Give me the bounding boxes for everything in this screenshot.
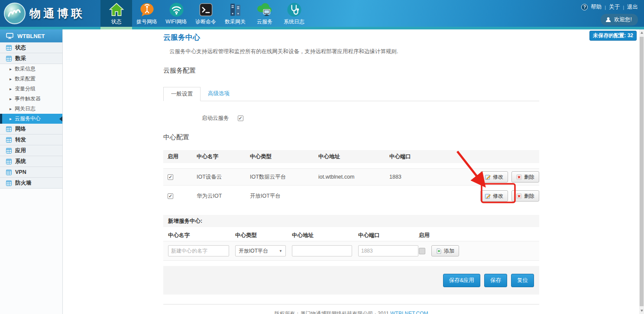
scrollbar-thumb[interactable] (640, 37, 644, 306)
sidebar-item-label: 防火墙 (15, 179, 32, 187)
logout-link[interactable]: 退出 (627, 3, 638, 11)
nav-item-wifi-network[interactable]: WIFI网络 (162, 0, 191, 27)
separator: | (623, 5, 624, 10)
center-type-select[interactable]: 开放IOT平台 (235, 245, 286, 256)
new-center-enabled-checkbox[interactable] (419, 248, 425, 254)
nav-label: 诊断命令 (195, 19, 216, 25)
nav-item-dialup-network[interactable]: 拨号网络 (132, 0, 162, 27)
unsaved-config-badge[interactable]: 未保存的配置: 32 (589, 31, 637, 41)
save-button[interactable]: 保存 (484, 274, 507, 287)
sidebar-item-label: VPN (15, 169, 26, 175)
col-center-name: 中心名字 (197, 153, 250, 160)
welcome-button[interactable]: 欢迎您! (601, 14, 638, 26)
scroll-down-button[interactable] (639, 308, 644, 314)
sidebar-subitem-dc-info[interactable]: 数采信息 (0, 64, 62, 74)
nav-item-system-logs[interactable]: 系统日志 (279, 0, 309, 27)
new-center-panel: 新增服务中心: 中心名字 中心类型 中心地址 中心端口 启用 开放IOT平台 (163, 215, 539, 261)
welcome-label: 欢迎您! (614, 16, 632, 23)
sidebar-item-system[interactable]: 系统 (0, 156, 62, 167)
monitor-icon (6, 33, 13, 39)
sidebar-subitem-gateway-logs[interactable]: 网关日志 (0, 104, 62, 114)
sidebar-item-label: 事件触发器 (15, 95, 41, 103)
sidebar-header: WTBLNET (0, 29, 62, 42)
nav-label: 云服务 (257, 19, 272, 25)
about-link[interactable]: 关于 (609, 3, 620, 11)
center-address-input[interactable] (292, 245, 352, 256)
arrow-down-icon (641, 310, 643, 312)
nav-label: 数采网关 (225, 19, 246, 25)
grid-icon (6, 148, 12, 154)
separator: | (605, 5, 606, 10)
dialup-icon (140, 0, 154, 19)
cloud-icon (256, 0, 273, 19)
action-band: 保存&应用 保存 复位 (163, 266, 539, 295)
sidebar-item-label: 变量分组 (15, 85, 36, 93)
header-right: 帮助 | 关于 | 退出 欢迎您! (581, 3, 638, 26)
footer-link[interactable]: WTBLNET.COM (390, 311, 428, 314)
sidebar-item-applications[interactable]: 应用 (0, 145, 62, 156)
page-description: 云服务中心支持远程管理和监控所有的在线网关和设备，支持远程部署应用程序和边缘计算… (163, 48, 539, 55)
label-center-address: 中心地址 (292, 232, 358, 239)
sidebar-subitem-event-triggers[interactable]: 事件触发器 (0, 94, 62, 104)
center-port-input[interactable] (358, 245, 418, 256)
col-center-type: 中心类型 (250, 153, 318, 160)
sidebar-item-vpn[interactable]: VPN (0, 167, 62, 178)
tab-advanced-options[interactable]: 高级选项 (201, 87, 237, 101)
brand-name: 物通博联 (29, 6, 85, 21)
nav-item-cloud-service[interactable]: 云服务 (250, 0, 279, 27)
sidebar-item-label: 转发 (15, 136, 26, 144)
edit-button[interactable]: 修改 (480, 171, 508, 183)
nav-item-status[interactable]: 状态 (100, 0, 132, 27)
save-apply-button[interactable]: 保存&应用 (443, 274, 480, 287)
wifi-icon (169, 0, 184, 19)
center-config-heading: 中心配置 (163, 133, 539, 141)
nav-label: 系统日志 (284, 19, 304, 25)
nav-item-data-gateway[interactable]: 数采网关 (220, 0, 250, 27)
sidebar-item-label: 数采配置 (15, 75, 36, 83)
sidebar-subitem-cloud-service-center[interactable]: 云服务中心 (0, 114, 62, 124)
row-enabled-checkbox[interactable] (168, 174, 173, 180)
sidebar-subitem-dc-config[interactable]: 数采配置 (0, 74, 62, 84)
terminal-icon (199, 0, 213, 19)
sidebar-item-forwarding[interactable]: 转发 (0, 135, 62, 145)
sidebar-item-status[interactable]: 状态 (0, 42, 62, 53)
cell-center-type: 开放IOT平台 (250, 192, 318, 200)
help-link[interactable]: 帮助 (591, 3, 602, 11)
scroll-up-button[interactable] (639, 29, 644, 36)
sidebar-title: WTBLNET (17, 33, 45, 39)
grid-icon (6, 45, 12, 51)
label-enabled: 启用 (419, 232, 539, 239)
sidebar-item-firewall[interactable]: 防火墙 (0, 178, 62, 189)
vertical-scrollbar[interactable] (639, 29, 644, 314)
user-icon (605, 17, 611, 22)
row-enabled-checkbox[interactable] (168, 193, 173, 199)
grid-icon (6, 56, 12, 61)
cell-center-port: 1883 (389, 174, 459, 180)
grid-icon (6, 126, 12, 132)
delete-button[interactable]: 删除 (511, 171, 539, 183)
main-content: 未保存的配置: 32 云服务中心 云服务中心支持远程管理和监控所有的在线网关和设… (63, 29, 639, 314)
new-center-labels-row: 中心名字 中心类型 中心地址 中心端口 启用 (163, 230, 539, 241)
add-button[interactable]: 添加 (431, 245, 459, 256)
edit-button-highlighted[interactable]: 修改 (480, 190, 508, 202)
help-icon (581, 4, 588, 10)
grid-icon (6, 159, 12, 164)
delete-button[interactable]: 删除 (511, 190, 539, 202)
table-header-row: 启用 中心名字 中心类型 中心地址 中心端口 (163, 150, 539, 163)
arrow-up-icon (641, 32, 643, 34)
center-type-selected-value: 开放IOT平台 (239, 247, 268, 255)
sidebar-item-network[interactable]: 网络 (0, 124, 62, 135)
add-icon (436, 248, 442, 254)
col-enabled: 启用 (168, 153, 197, 160)
reset-button[interactable]: 复位 (511, 274, 534, 287)
sidebar-item-data-collection[interactable]: 数采 (0, 53, 62, 64)
tab-general-settings[interactable]: 一般设置 (163, 87, 201, 101)
nav-item-diagnostic-commands[interactable]: 诊断命令 (191, 0, 220, 27)
grid-icon (6, 137, 12, 143)
enable-cloud-service-checkbox[interactable] (238, 115, 243, 121)
sidebar-item-label: 数采信息 (15, 65, 36, 73)
nav-label: 状态 (111, 19, 122, 25)
sidebar-subitem-variable-groups[interactable]: 变量分组 (0, 84, 62, 94)
edit-icon (485, 174, 491, 180)
center-name-input[interactable] (168, 245, 229, 256)
